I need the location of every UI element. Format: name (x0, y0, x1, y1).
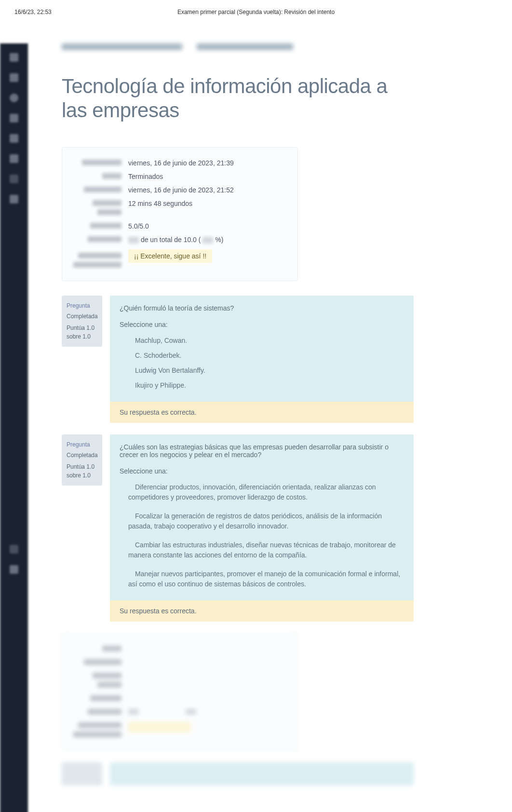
print-header: 16/6/23, 22:53 Examen primer parcial (Se… (0, 0, 512, 24)
answer-feedback: Su respuesta es correcta. (110, 402, 414, 423)
nav-icon[interactable] (10, 565, 18, 574)
nav-icon[interactable] (10, 94, 18, 102)
answer-option[interactable]: Ludwig Von Bertalanffy. (120, 363, 404, 378)
answer-option[interactable]: Diferenciar productos, innovación, difer… (120, 480, 404, 505)
question-body: ¿Cuáles son las estrategias básicas que … (110, 434, 414, 622)
select-prompt: Seleccione una: (120, 467, 404, 475)
question-status: Completada (67, 312, 97, 321)
time-taken-value: 12 mins 48 segundos (128, 200, 287, 207)
question-body: ¿Quién formuló la teoría de sistemas? Se… (110, 296, 414, 423)
question-marks: Puntúa 1.0 sobre 1.0 (67, 462, 97, 480)
nav-icon[interactable] (10, 134, 18, 143)
marks-value: 5.0/5.0 (128, 222, 287, 230)
question-text: ¿Cuáles son las estrategias básicas que … (120, 443, 404, 459)
question-label: Pregunta (67, 301, 97, 310)
question-text: ¿Quién formuló la teoría de sistemas? (120, 304, 404, 312)
completed-on-value: viernes, 16 de junio de 2023, 21:52 (128, 186, 287, 194)
answer-option[interactable]: Manejar nuevos participantes, promover e… (120, 567, 404, 592)
question-label: Pregunta (67, 440, 97, 449)
nav-icon[interactable] (10, 73, 18, 82)
grade-value: de un total de 10.0 ( %) (128, 236, 287, 244)
blurred-summary-preview (62, 633, 298, 751)
nav-icon[interactable] (10, 545, 18, 554)
sidebar-nav (0, 43, 28, 812)
feedback-value: ¡¡ Excelente, sigue así !! (128, 249, 212, 263)
state-value: Terminados (128, 173, 287, 180)
question-marks: Puntúa 1.0 sobre 1.0 (67, 324, 97, 341)
answer-feedback: Su respuesta es correcta. (110, 600, 414, 622)
question-status: Completada (67, 451, 97, 460)
answer-option[interactable]: C. Schoderbek. (120, 348, 404, 363)
attempt-summary: viernes, 16 de junio de 2023, 21:39 Term… (62, 147, 298, 281)
breadcrumb (62, 43, 414, 50)
answer-option[interactable]: Cambiar las estructuras industriales, di… (120, 538, 404, 563)
nav-icon[interactable] (10, 175, 18, 183)
print-title: Examen primer parcial (Segunda vuelta): … (135, 9, 377, 15)
question-meta: Pregunta Completada Puntúa 1.0 sobre 1.0 (62, 296, 102, 347)
answer-option[interactable]: Focalizar la generación de registros de … (120, 509, 404, 534)
question-meta: Pregunta Completada Puntúa 1.0 sobre 1.0 (62, 434, 102, 486)
nav-icon[interactable] (10, 53, 18, 62)
answer-option[interactable]: Ikujiro y Philippe. (120, 378, 404, 393)
page-title: Tecnología de información aplicada a las… (62, 74, 414, 123)
blurred-question-preview (62, 762, 414, 785)
started-on-value: viernes, 16 de junio de 2023, 21:39 (128, 159, 287, 167)
question-block: Pregunta Completada Puntúa 1.0 sobre 1.0… (62, 434, 414, 622)
print-datetime: 16/6/23, 22:53 (14, 9, 135, 15)
answer-option[interactable]: Machlup, Cowan. (120, 333, 404, 348)
nav-icon[interactable] (10, 154, 18, 163)
nav-icon[interactable] (10, 195, 18, 203)
select-prompt: Seleccione una: (120, 321, 404, 328)
nav-icon[interactable] (10, 114, 18, 122)
question-block: Pregunta Completada Puntúa 1.0 sobre 1.0… (62, 296, 414, 423)
